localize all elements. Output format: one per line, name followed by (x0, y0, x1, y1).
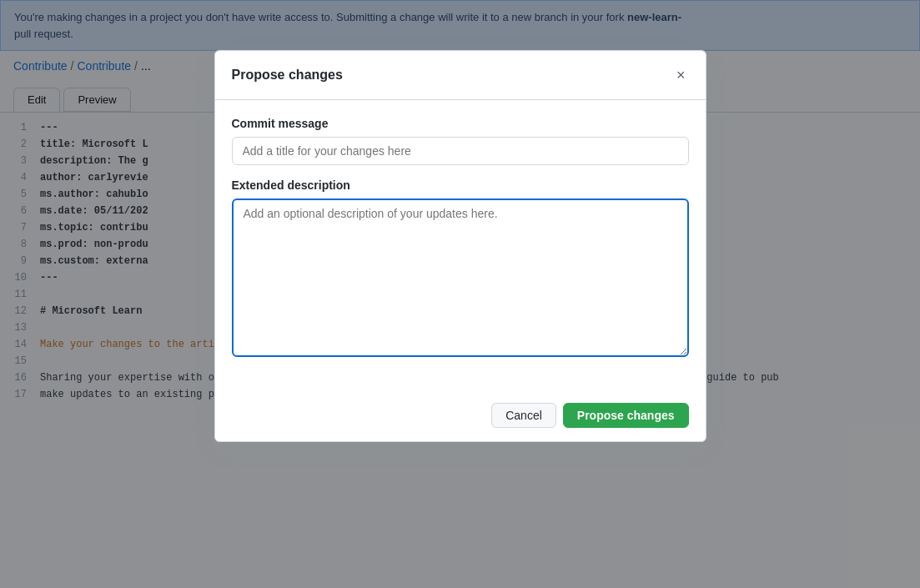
propose-changes-button[interactable]: Propose changes (563, 403, 689, 428)
propose-changes-modal: Propose changes × Commit message Extende… (214, 50, 706, 442)
modal-header: Propose changes × (215, 51, 706, 100)
modal-footer: Cancel Propose changes (215, 389, 706, 441)
modal-title: Propose changes (232, 68, 343, 83)
commit-message-group: Commit message (232, 117, 689, 165)
modal-body: Commit message Extended description (215, 100, 706, 389)
modal-close-button[interactable]: × (673, 64, 689, 86)
extended-description-label: Extended description (232, 178, 689, 192)
extended-description-textarea[interactable] (232, 199, 689, 357)
commit-message-label: Commit message (232, 117, 689, 130)
cancel-button[interactable]: Cancel (491, 403, 556, 428)
modal-overlay: Propose changes × Commit message Extende… (0, 0, 920, 588)
commit-message-input[interactable] (232, 137, 689, 165)
extended-description-group: Extended description (232, 178, 689, 359)
